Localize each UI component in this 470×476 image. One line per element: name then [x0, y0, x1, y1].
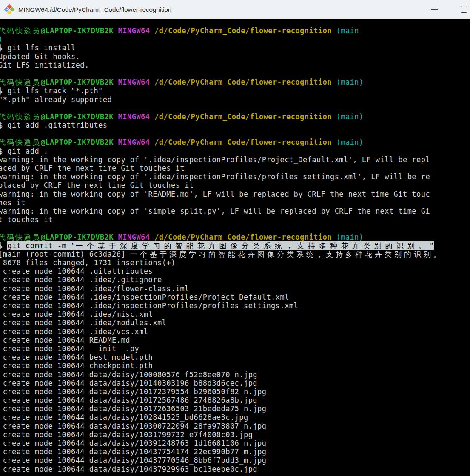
terminal-line: create mode 100644 data/daisy/1017256748…	[0, 396, 470, 404]
terminal-line: t touches it	[0, 215, 470, 224]
terminal-line	[0, 224, 470, 232]
terminal-line: $ git lfs install	[0, 43, 470, 52]
terminal-line: create mode 100644 data/daisy/1043777054…	[0, 456, 470, 465]
terminal-line	[0, 104, 470, 112]
terminal-line: Git LFS initialized.	[0, 61, 470, 69]
terminal-line: create mode 100644 data/daisy/1043775417…	[0, 447, 470, 456]
terminal-line: create mode 100644 data/daisy/1017263650…	[0, 404, 470, 413]
terminal-line: Updated Git hooks.	[0, 52, 470, 61]
maximize-button[interactable]	[454, 0, 470, 19]
minimize-icon	[431, 9, 438, 10]
terminal-line: 代码快递员@LAPTOP-IK7DVB2K MINGW64 /d/Code/Py…	[0, 112, 470, 121]
terminal-line: create mode 100644 .gitattributes	[0, 267, 470, 275]
terminal-line: 代码快递员@LAPTOP-IK7DVB2K MINGW64 /d/Code/Py…	[0, 233, 470, 241]
terminal-line: create mode 100644 __init__.py	[0, 344, 470, 353]
maximize-icon	[461, 6, 467, 13]
terminal-line: hes it	[0, 198, 470, 207]
minimize-button[interactable]	[424, 0, 444, 19]
terminal-line: )	[0, 35, 470, 43]
terminal-output[interactable]: 代码快递员@LAPTOP-IK7DVB2K MINGW64 /d/Code/Py…	[0, 19, 470, 476]
terminal-line: create mode 100644 data/daisy/1039124876…	[0, 439, 470, 447]
terminal-line: 代码快递员@LAPTOP-IK7DVB2K MINGW64 /d/Code/Py…	[0, 138, 470, 146]
terminal-line: create mode 100644 best_model.pth	[0, 353, 470, 361]
terminal-line: placed by CRLF the next time Git touches…	[0, 181, 470, 189]
terminal-line: create mode 100644 data/daisy/1017237955…	[0, 387, 470, 396]
terminal-line: create mode 100644 checkpoint.pth	[0, 361, 470, 370]
terminal-line	[0, 69, 470, 78]
terminal-line: create mode 100644 .idea/misc.xml	[0, 310, 470, 318]
terminal-line: warning: in the working copy of '.idea/i…	[0, 172, 470, 181]
terminal-line: 8678 files changed, 1731 insertions(+)	[0, 258, 470, 267]
terminal-line: create mode 100644 data/daisy/100080576_…	[0, 370, 470, 379]
terminal-line: create mode 100644 .idea/modules.xml	[0, 318, 470, 327]
titlebar: MINGW64:/d/Code/PyCharm_Code/flower-reco…	[0, 0, 470, 19]
terminal-line: $ git lfs track "*.pth"	[0, 86, 470, 95]
mintty-window: MINGW64:/d/Code/PyCharm_Code/flower-reco…	[0, 0, 470, 476]
terminal-line: create mode 100644 .idea/.gitignore	[0, 275, 470, 284]
terminal-line: create mode 100644 data/daisy/1031799732…	[0, 430, 470, 439]
terminal-line: create mode 100644 README.md	[0, 336, 470, 344]
git-for-windows-icon	[4, 4, 14, 14]
terminal-line: create mode 100644 data/daisy/102841525_…	[0, 413, 470, 422]
terminal-line: create mode 100644 data/daisy/1014030319…	[0, 379, 470, 387]
window-title: MINGW64:/d/Code/PyCharm_Code/flower-reco…	[18, 6, 171, 13]
terminal-line: "*.pth" already supported	[0, 95, 470, 104]
terminal-line: warning: in the working copy of 'simple_…	[0, 207, 470, 215]
terminal-line: warning: in the working copy of 'README.…	[0, 190, 470, 198]
terminal-line: [main (root-commit) 6c3da26] 一个基于深度学习的智能…	[0, 250, 470, 258]
terminal-line: create mode 100644 data/daisy/1030072209…	[0, 422, 470, 430]
terminal-line: warning: in the working copy of '.idea/i…	[0, 155, 470, 164]
terminal-line: $ git add .	[0, 147, 470, 155]
terminal-line: $ git commit -m "一个基于深度学习的智能花卉图像分类系统，支持多…	[0, 241, 470, 250]
terminal-line: $ git add .gitattributes	[0, 121, 470, 129]
terminal-line: 代码快递员@LAPTOP-IK7DVB2K MINGW64 /d/Code/Py…	[0, 78, 470, 86]
terminal-line: create mode 100644 .idea/vcs.xml	[0, 327, 470, 336]
terminal-line: aced by CRLF the next time Git touches i…	[0, 164, 470, 172]
terminal-line: 代码快递员@LAPTOP-IK7DVB2K MINGW64 /d/Code/Py…	[0, 26, 470, 35]
terminal-line: create mode 100644 .idea/flower-class.im…	[0, 284, 470, 293]
terminal-line: create mode 100644 data/daisy/1043792996…	[0, 465, 470, 473]
terminal-line: create mode 100644 .idea/inspectionProfi…	[0, 293, 470, 301]
terminal-line	[0, 129, 470, 138]
terminal-line: create mode 100644 .idea/inspectionProfi…	[0, 301, 470, 310]
